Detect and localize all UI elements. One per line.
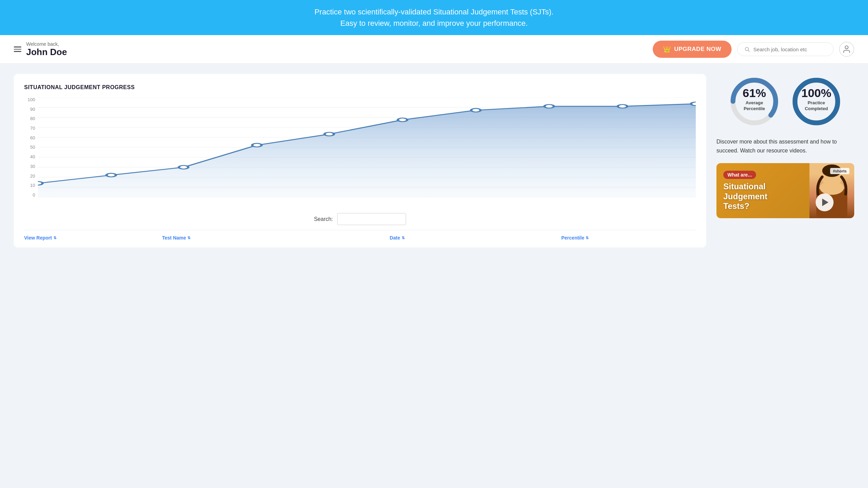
y-label-0: 0 <box>33 193 35 197</box>
data-point-5 <box>398 118 407 121</box>
line-chart-svg <box>38 97 696 197</box>
y-label-50: 50 <box>30 145 35 149</box>
practice-completed-value: 100% <box>802 87 831 99</box>
crown-icon: 👑 <box>663 45 671 53</box>
y-label-40: 40 <box>30 155 35 159</box>
banner-line2: Easy to review, monitor, and improve you… <box>14 18 854 29</box>
y-label-30: 30 <box>30 164 35 169</box>
data-point-7 <box>545 105 554 108</box>
data-point-9 <box>691 102 696 105</box>
y-label-90: 90 <box>30 107 35 112</box>
video-thumbnail[interactable]: #shorts What are... Situational Judgemen… <box>716 163 854 218</box>
upgrade-now-button[interactable]: 👑 UPGRADE NOW <box>653 41 732 58</box>
y-label-70: 70 <box>30 126 35 130</box>
practice-completed-center: 100% Practice Completed <box>802 87 831 112</box>
search-label: Search: <box>314 216 333 222</box>
data-point-6 <box>471 108 480 112</box>
y-label-100: 100 <box>28 97 35 102</box>
th-view-report[interactable]: View Report ⇅ <box>24 235 159 241</box>
sort-icon-name: ⇅ <box>187 236 190 240</box>
avg-percentile-value: 61% <box>743 87 766 99</box>
data-point-3 <box>252 144 261 147</box>
th-test-name[interactable]: Test Name ⇅ <box>162 235 386 241</box>
chart-title: SITUATIONAL JUDGEMENT PROGRESS <box>24 84 696 91</box>
sort-icon-view: ⇅ <box>53 236 56 240</box>
header-right: 👑 UPGRADE NOW <box>653 41 854 58</box>
practice-completed-donut: 100% Practice Completed <box>789 74 844 129</box>
hamburger-menu-icon[interactable] <box>14 46 21 52</box>
y-label-80: 80 <box>30 116 35 121</box>
table-search-input[interactable] <box>337 213 406 225</box>
y-label-60: 60 <box>30 136 35 140</box>
chart-svg <box>38 97 696 197</box>
user-avatar[interactable] <box>839 42 854 57</box>
search-icon <box>744 46 750 52</box>
y-label-20: 20 <box>30 174 35 178</box>
top-banner: Practice two scientifically-validated Si… <box>0 0 868 35</box>
data-point-8 <box>618 105 627 108</box>
sort-icon-pct: ⇅ <box>586 236 589 240</box>
resource-text: Discover more about this assessment and … <box>716 137 854 155</box>
avg-percentile-label: Average Percentile <box>743 100 766 112</box>
y-label-10: 10 <box>30 183 35 188</box>
video-what-label: What are... <box>723 171 756 179</box>
banner-line1: Practice two scientifically-validated Si… <box>14 6 854 18</box>
table-search-row: Search: <box>24 213 696 225</box>
video-tag: #shorts <box>830 168 849 174</box>
chart-panel: SITUATIONAL JUDGEMENT PROGRESS 100 90 80… <box>14 74 706 247</box>
data-point-1 <box>106 173 116 177</box>
th-percentile[interactable]: Percentile ⇅ <box>561 235 696 241</box>
video-play-button[interactable] <box>816 193 834 211</box>
search-input[interactable] <box>753 46 826 52</box>
user-icon <box>842 45 851 54</box>
donuts-row: 61% Average Percentile 100% <box>716 74 854 129</box>
practice-completed-label: Practice Completed <box>802 100 831 112</box>
chart-area: 100 90 80 70 60 50 40 30 20 10 0 <box>24 97 696 208</box>
y-axis: 100 90 80 70 60 50 40 30 20 10 0 <box>24 97 38 197</box>
data-point-4 <box>324 132 334 136</box>
svg-point-21 <box>820 181 844 195</box>
main-content: SITUATIONAL JUDGEMENT PROGRESS 100 90 80… <box>0 64 868 258</box>
header: Welcome back, John Doe 👑 UPGRADE NOW <box>0 35 868 64</box>
upgrade-label: UPGRADE NOW <box>674 46 721 53</box>
avg-percentile-donut: 61% Average Percentile <box>727 74 782 129</box>
avg-percentile-center: 61% Average Percentile <box>743 87 766 112</box>
svg-line-1 <box>748 50 750 52</box>
right-panel: 61% Average Percentile 100% <box>716 74 854 247</box>
sort-icon-date: ⇅ <box>402 236 405 240</box>
data-point-0 <box>38 181 43 185</box>
welcome-section: Welcome back, John Doe <box>26 41 67 57</box>
welcome-greeting: Welcome back, <box>26 41 67 47</box>
svg-point-2 <box>845 46 848 49</box>
svg-marker-14 <box>38 104 696 197</box>
search-bar[interactable] <box>737 42 834 56</box>
th-date[interactable]: Date ⇅ <box>390 235 558 241</box>
header-left: Welcome back, John Doe <box>14 41 646 57</box>
data-point-2 <box>179 166 188 169</box>
user-name: John Doe <box>26 47 67 57</box>
table-header: View Report ⇅ Test Name ⇅ Date ⇅ Percent… <box>24 230 696 241</box>
